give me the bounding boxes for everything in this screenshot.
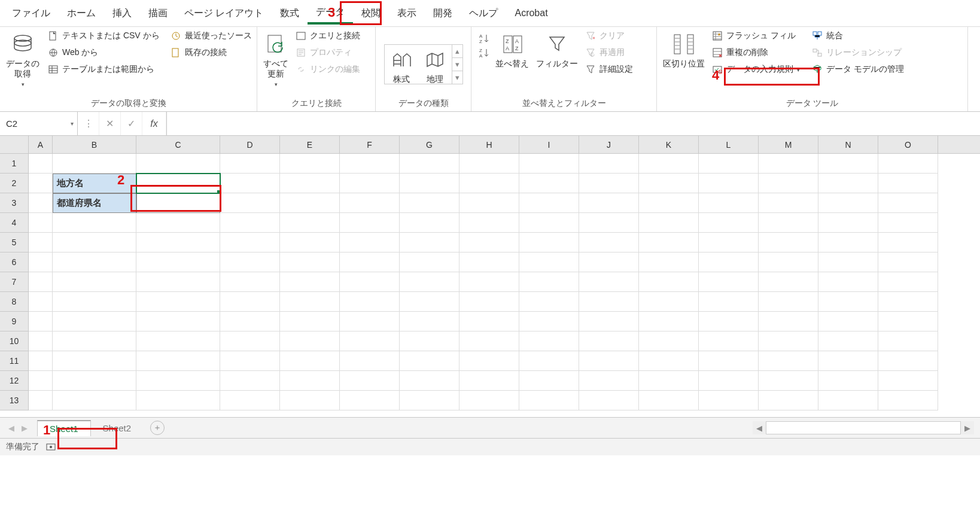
cell-G13[interactable] [400,391,459,410]
cell-K9[interactable] [639,312,699,331]
cell-O2[interactable] [878,174,938,193]
cell-A10[interactable] [29,331,53,351]
cell-N11[interactable] [818,351,878,371]
cell-D7[interactable] [220,272,280,292]
cell-I4[interactable] [519,213,579,233]
cell-O6[interactable] [878,253,938,272]
cell-I8[interactable] [519,292,579,312]
cell-L5[interactable] [699,233,759,253]
cell-L1[interactable] [699,154,759,174]
cell-E9[interactable] [280,312,340,331]
column-header-H[interactable]: H [459,136,519,153]
column-header-I[interactable]: I [519,136,579,153]
cell-D2[interactable] [220,174,280,193]
cell-I9[interactable] [519,312,579,331]
cell-F4[interactable] [340,213,400,233]
cell-C1[interactable] [136,154,220,174]
cell-H2[interactable] [459,174,519,193]
menu-help[interactable]: ヘルプ [461,2,506,25]
cell-F2[interactable] [340,174,400,193]
cell-F1[interactable] [340,154,400,174]
macro-recorder-icon[interactable] [45,442,56,452]
cell-N5[interactable] [818,233,878,253]
cell-D5[interactable] [220,233,280,253]
cell-I10[interactable] [519,331,579,351]
cell-G10[interactable] [400,331,459,351]
menu-draw[interactable]: 描画 [140,2,176,25]
cell-M10[interactable] [759,331,818,351]
column-header-J[interactable]: J [579,136,639,153]
column-header-C[interactable]: C [136,136,220,153]
cell-K3[interactable] [639,193,699,213]
cell-H4[interactable] [459,213,519,233]
cell-F13[interactable] [340,391,400,410]
cell-O13[interactable] [878,391,938,410]
cell-D4[interactable] [220,213,280,233]
cell-N13[interactable] [818,391,878,410]
column-header-O[interactable]: O [878,136,938,153]
enter-formula-button[interactable]: ✓ [121,112,142,135]
tab-nav-next[interactable]: ▶ [18,424,31,433]
sort-desc-button[interactable]: ZA [475,46,491,59]
cell-E7[interactable] [280,272,340,292]
column-header-L[interactable]: L [699,136,759,153]
cell-I2[interactable] [519,174,579,193]
name-box[interactable]: C2 ▾ [0,112,78,135]
cell-C3[interactable] [136,193,220,213]
cell-H13[interactable] [459,391,519,410]
cell-A11[interactable] [29,351,53,371]
filter-button[interactable]: フィルター [534,29,580,69]
text-to-columns-button[interactable]: 区切り位置 [661,29,707,69]
cell-A9[interactable] [29,312,53,331]
cell-E3[interactable] [280,193,340,213]
cell-G5[interactable] [400,233,459,253]
cell-N2[interactable] [818,174,878,193]
cell-H9[interactable] [459,312,519,331]
refresh-all-button[interactable]: すべて 更新 ▾ [261,29,291,87]
datatype-more-button[interactable]: ▾ [452,71,462,84]
cell-J7[interactable] [579,272,639,292]
cell-O11[interactable] [878,351,938,371]
menu-formula[interactable]: 数式 [272,2,308,25]
cell-J3[interactable] [579,193,639,213]
data-model-button[interactable]: データ モデルの管理 [809,63,906,76]
column-header-D[interactable]: D [220,136,280,153]
cell-L12[interactable] [699,371,759,391]
cell-L13[interactable] [699,391,759,410]
cell-M5[interactable] [759,233,818,253]
cell-F9[interactable] [340,312,400,331]
cell-D3[interactable] [220,193,280,213]
cell-I6[interactable] [519,253,579,272]
cell-M13[interactable] [759,391,818,410]
cell-N3[interactable] [818,193,878,213]
cell-G9[interactable] [400,312,459,331]
cell-F3[interactable] [340,193,400,213]
cell-L3[interactable] [699,193,759,213]
cell-B9[interactable] [53,312,136,331]
cell-G1[interactable] [400,154,459,174]
cell-J9[interactable] [579,312,639,331]
reapply-button[interactable]: 再適用 [583,46,635,59]
cell-I11[interactable] [519,351,579,371]
cell-D8[interactable] [220,292,280,312]
cell-N6[interactable] [818,253,878,272]
cell-N9[interactable] [818,312,878,331]
cell-E5[interactable] [280,233,340,253]
sort-asc-button[interactable]: AZ [475,32,491,45]
column-header-M[interactable]: M [759,136,818,153]
column-header-K[interactable]: K [639,136,699,153]
cell-M11[interactable] [759,351,818,371]
cell-A12[interactable] [29,371,53,391]
cell-B12[interactable] [53,371,136,391]
cell-C11[interactable] [136,351,220,371]
cell-B6[interactable] [53,253,136,272]
cell-K1[interactable] [639,154,699,174]
cell-I3[interactable] [519,193,579,213]
cell-B8[interactable] [53,292,136,312]
cell-B5[interactable] [53,233,136,253]
cell-H12[interactable] [459,371,519,391]
cell-L9[interactable] [699,312,759,331]
cell-J2[interactable] [579,174,639,193]
cell-D12[interactable] [220,371,280,391]
cell-L11[interactable] [699,351,759,371]
